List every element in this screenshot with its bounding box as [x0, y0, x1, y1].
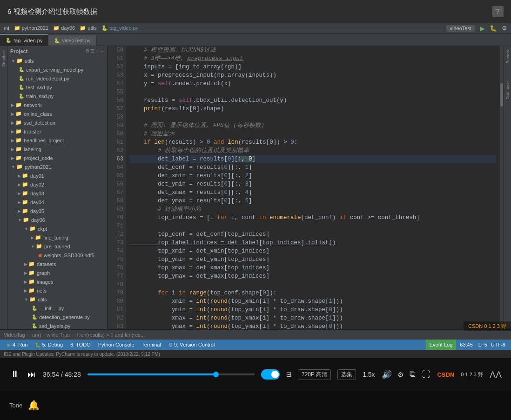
fullscreen-button[interactable]: ⛶ — [422, 370, 430, 380]
code-line-71 — [130, 222, 496, 230]
status-run[interactable]: ▶ 4: Run — [4, 340, 31, 350]
expand-icon[interactable]: ⋀⋀ — [490, 370, 502, 379]
help-button[interactable]: ? — [492, 6, 504, 17]
breadcrumb-while: while True — [47, 332, 70, 338]
tree-item-export[interactable]: 🐍export_serving_model.py — [7, 65, 107, 74]
code-line-62: # 获取每个框的位置以及类别概率 — [130, 147, 496, 155]
tab-tag-video-label: tag_video.py — [13, 38, 42, 43]
tree-item-day04[interactable]: ▶ 📁day04 — [7, 198, 107, 207]
tree-item-utils[interactable]: ▼ 📁utils — [7, 56, 107, 65]
code-line-78 — [130, 280, 496, 289]
run-button[interactable]: ▶ — [480, 25, 485, 32]
code-line-64: det_conf = results[0][:, 1] — [130, 163, 496, 172]
code-line-77: top_ymax = det_ymax[top_indices] — [130, 272, 496, 280]
code-line-74: top_xmin = det_xmin[top_indices] — [130, 247, 496, 255]
tree-item-headlines[interactable]: ▶ 📁headlines_project — [7, 136, 107, 145]
status-charset: UTF-8 — [489, 342, 507, 347]
status-terminal[interactable]: Terminal — [138, 340, 165, 350]
code-line-53: x = preprocess_input(np.array(inputs)) — [130, 71, 496, 80]
danmu-toggle[interactable] — [261, 369, 280, 380]
status-todo[interactable]: 6: TODO — [67, 340, 94, 350]
structure-icon[interactable]: Structure — [1, 50, 6, 67]
code-line-66: det_ymin = results[0][:, 3] — [130, 180, 496, 188]
code-line-58 — [130, 113, 496, 121]
quality-button[interactable]: 720P 高清 — [298, 369, 331, 380]
tree-item-datasets[interactable]: ▶ 📁datasets — [7, 260, 107, 268]
tree-item-detection-gen[interactable]: 🐍detection_generate.py — [7, 313, 107, 321]
database-icon[interactable]: Database — [505, 81, 510, 100]
vertical-scrollbar[interactable] — [500, 46, 504, 329]
tab-tag-video[interactable]: 🐍 tag_video.py — [0, 34, 48, 46]
tree-item-train-ssd[interactable]: 🐍train_ssd.py — [7, 92, 107, 100]
status-lf: LF5 — [477, 342, 489, 347]
status-debug[interactable]: 🐛 5: Debug — [31, 340, 67, 350]
tree-item-python2021[interactable]: ▼ 📁python2021 — [7, 162, 107, 171]
ide-statusbar-bottom: ▶ 4: Run 🐛 5: Debug 6: TODO Python Conso… — [0, 340, 511, 350]
tree-item-graph[interactable]: ▶ 📁graph — [7, 268, 107, 277]
tree-item-project-code[interactable]: ▶ 📁project_code — [7, 153, 107, 162]
danmu-icon[interactable]: ⊟ — [286, 369, 291, 380]
ide-tab-bar: 🐍 tag_video.py 🐍 videoTest.py — [0, 33, 511, 46]
progress-bar-container[interactable] — [87, 373, 255, 375]
sidebar-tree: ▼ 📁utils 🐍export_serving_model.py 🐍run_v… — [7, 56, 107, 329]
bottom-tone-bar: Tone 🔔 — [0, 391, 511, 420]
tree-item-day03[interactable]: ▶ 📁day03 — [7, 189, 107, 198]
tree-item-utils2[interactable]: ▼ 📁utils — [7, 295, 107, 304]
code-line-82: xmax = int(round(top_xmax[i] * to_draw.s… — [130, 314, 496, 322]
play-pause-button[interactable]: ⏸ — [9, 369, 20, 380]
tree-item-pre-trained[interactable]: ▼ 📁pre_trained — [7, 242, 107, 251]
tree-item-day06[interactable]: ▼ 📁day06 — [7, 215, 107, 224]
tree-item-ckpt[interactable]: ▼ 📁ckpt — [7, 224, 107, 233]
tree-item-day02[interactable]: ▶ 📁day02 — [7, 180, 107, 189]
review-icon[interactable]: Review — [505, 50, 510, 64]
video-controls-bar: ⏸ ⏭ 36:54 / 48:28 ⊟ 720P 高清 选集 1.5x 🔊 ⚙ — [0, 358, 511, 391]
select-button[interactable]: 选集 — [337, 369, 356, 380]
code-line-73: top_label_indices = det_label[top_indice… — [130, 239, 496, 247]
code-line-56: results = self.bbox_util.detection_out(y… — [130, 96, 496, 105]
video-title: 6 视频检测介绍过获取帧数据 — [7, 7, 97, 16]
next-button[interactable]: ⏭ — [27, 370, 36, 380]
speed-button[interactable]: 1.5x — [363, 371, 375, 378]
run-config-label: videoTest — [446, 25, 475, 32]
code-line-76: top_xmax = det_xmax[top_indices] — [130, 264, 496, 272]
tree-item-network[interactable]: ▶ 📁network — [7, 100, 107, 109]
code-line-59: # 画面: 显示物体位置, FPS值 (每秒帧数) — [130, 121, 496, 130]
sidebar-icons: ⚙ ☰ ↕ ↔ — [85, 48, 104, 53]
tree-item-init[interactable]: 🐍__init__.py — [7, 304, 107, 313]
tree-item-test-ssd[interactable]: 🐍test_ssd.py — [7, 83, 107, 92]
debug-button[interactable]: 🐛 — [490, 25, 497, 32]
status-python-console[interactable]: Python Console — [94, 340, 138, 350]
status-eventlog[interactable]: Event Log — [426, 340, 457, 350]
tree-item-run-videodetect[interactable]: 🐍run_videodetect.py — [7, 74, 107, 83]
tree-item-day05[interactable]: ▶ 📁day05 — [7, 207, 107, 215]
code-line-52: inputs = [img_to_array(rgb)] — [130, 63, 496, 71]
tree-item-fine-tuning[interactable]: ▶ 📁fine_tuning — [7, 233, 107, 242]
code-line-70: top_indices = [i for i, conf in enumerat… — [130, 213, 496, 222]
tree-item-nets[interactable]: ▶ 📁nets — [7, 286, 107, 295]
tree-item-transfer[interactable]: ▶ 📁transfer — [7, 127, 107, 136]
menu-file[interactable]: ml — [4, 26, 9, 31]
volume-button[interactable]: 🔊 — [382, 369, 392, 380]
progress-bar-fill — [87, 373, 216, 375]
tree-item-ssd-detection[interactable]: ▶ 📁ssd_detection — [7, 118, 107, 127]
tree-item-day01[interactable]: ▶ 📁day01 — [7, 171, 107, 180]
tree-item-images[interactable]: ▶ 📁images — [7, 277, 107, 286]
tree-item-online[interactable]: ▶ 📁online_class — [7, 109, 107, 118]
tree-item-weights[interactable]: ◼weights_SSD300.hdf5 — [7, 251, 107, 260]
code-line-75: top_ymin = det_ymin[top_indices] — [130, 255, 496, 264]
csdn-watermark: CSDN 0 1 2 3 野 — [464, 321, 511, 331]
pip-button[interactable]: ⧉ — [410, 370, 416, 379]
settings-button-ctrl[interactable]: ⚙ — [398, 369, 403, 380]
breadcrumb-if: if len(results) > 0 and len(res... — [75, 332, 145, 338]
status-vc[interactable]: ⑨ 9: Version Control — [165, 340, 218, 350]
code-line-54: y = self.model.predict(x) — [130, 80, 496, 88]
ide-body: Structure Project ⚙ ☰ ↕ ↔ ▼ 📁utils 🐍expo… — [0, 46, 511, 329]
tree-item-labeling[interactable]: ▶ 📁labeling — [7, 145, 107, 153]
tree-item-ssd-layers[interactable]: 🐍ssd_layers.py — [7, 321, 107, 329]
sidebar-project-label: Project — [10, 48, 27, 54]
settings-button[interactable]: ⚙ — [502, 25, 507, 32]
tab-videotest[interactable]: 🐍 videoTest.py — [48, 35, 96, 46]
title-bar: 6 视频检测介绍过获取帧数据 ? — [0, 0, 511, 23]
breadcrumb-run: run() — [30, 332, 41, 338]
code-editor[interactable]: 5051525354 5556575859 606162 63 64656667… — [108, 46, 504, 329]
